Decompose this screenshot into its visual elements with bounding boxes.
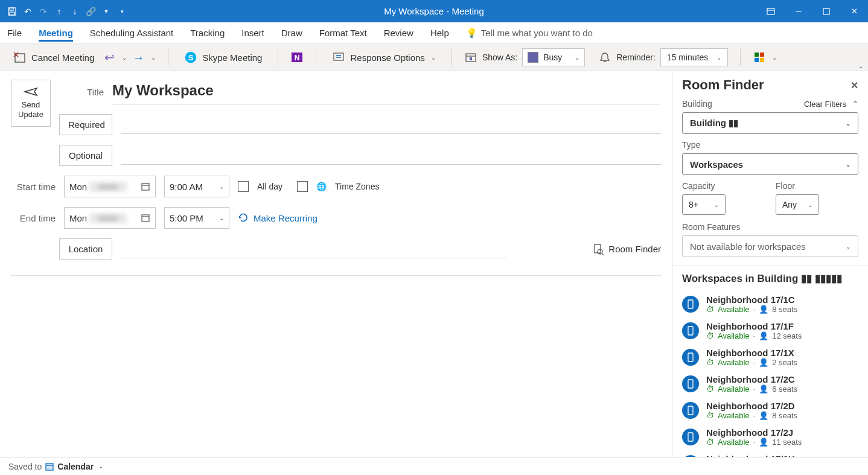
type-label: Type [682,140,858,150]
tab-format-text[interactable]: Format Text [319,24,367,42]
tab-draw[interactable]: Draw [281,24,302,42]
workspace-item[interactable]: Neighborhood 17/2J ⏱Available·👤11 seats [682,424,858,450]
close-icon[interactable]: ✕ [840,0,868,22]
chevron-down-icon: ⌄ [219,183,224,190]
workspace-item[interactable]: Neighborhood 17/1C ⏱Available·👤8 seats [682,291,858,317]
workspace-item[interactable]: Neighborhood 17/2C ⏱Available·👤6 seats [682,371,858,397]
floor-value: Any [782,200,797,209]
tab-file[interactable]: File [7,24,22,42]
cancel-meeting-button[interactable]: Cancel Meeting [10,48,98,66]
tab-help[interactable]: Help [430,24,449,42]
workspace-item[interactable]: Neighborhood 17/1X ⏱Available·👤2 seats [682,344,858,371]
workspace-name: Neighborhood 17/2J [706,427,802,438]
arrow-up-icon[interactable]: ↑ [53,5,65,18]
recurring-icon [238,212,249,223]
tab-scheduling-assistant[interactable]: Scheduling Assistant [90,24,173,42]
reminder-value: 15 minutes [667,53,708,62]
workspace-icon [682,375,699,392]
save-icon[interactable] [6,5,18,18]
qat-customize-icon[interactable]: ▾ [116,5,128,18]
undo-icon[interactable]: ↶ [22,5,34,18]
room-finder-button[interactable]: Room Finder [593,243,661,255]
optional-button[interactable]: Optional [59,145,112,166]
maximize-icon[interactable] [812,0,840,22]
skype-meeting-label: Skype Meeting [202,53,262,63]
workspace-item[interactable]: Neighborhood 17/2D ⏱Available·👤8 seats [682,397,858,424]
type-dropdown[interactable]: Workspaces ⌄ [682,153,858,175]
clock-icon: ⏱ [706,438,714,447]
workspace-seats: 2 seats [772,358,797,367]
qat-more-icon[interactable]: ▼ [100,5,112,18]
chevron-down-icon[interactable]: ⌄ [772,54,777,61]
tab-meeting[interactable]: Meeting [39,24,73,42]
floor-dropdown[interactable]: Any ⌄ [776,194,819,215]
location-input[interactable] [121,240,507,258]
location-button[interactable]: Location [59,238,112,260]
svg-rect-27 [688,327,693,335]
ribbon-expand-icon[interactable]: ⌄ [858,63,863,69]
ribbon-display-icon[interactable] [757,0,785,22]
capacity-dropdown[interactable]: 8+ ⌄ [682,194,726,215]
lightbulb-icon: 💡 [466,28,477,39]
response-options-button[interactable]: Response Options ⌄ [328,48,439,66]
svg-rect-17 [755,58,759,62]
skype-meeting-button[interactable]: S Skype Meeting [180,48,266,66]
start-time-label: Start time [11,182,56,192]
required-input[interactable] [121,116,661,134]
timezones-checkbox[interactable] [297,181,308,192]
meeting-body[interactable] [11,275,661,456]
end-date-picker[interactable]: Mon0000 [64,207,156,229]
arrow-down-icon[interactable]: ↓ [69,5,81,18]
svg-rect-14 [470,57,472,60]
person-icon: 👤 [759,438,768,447]
workspace-item[interactable]: Neighborhood 17/3K [682,450,858,457]
end-time-value: 5:00 PM [170,213,203,223]
type-value: Workspaces [690,159,743,170]
room-finder-panel: Room Finder ✕ Building Clear Filters ⌃ B… [672,71,868,457]
tab-insert[interactable]: Insert [241,24,264,42]
tab-review[interactable]: Review [384,24,413,42]
show-as-dropdown[interactable]: Busy ⌄ [522,48,585,66]
forward-icon[interactable]: → [132,51,145,64]
title-input[interactable] [112,80,661,104]
response-options-label: Response Options [350,53,424,63]
chevron-up-icon[interactable]: ⌃ [852,100,858,108]
tab-tracking[interactable]: Tracking [190,24,225,42]
person-icon: 👤 [759,305,768,314]
redo-icon[interactable]: ↷ [37,5,49,18]
chevron-down-icon: ⌄ [431,54,436,61]
tell-me-search[interactable]: 💡 Tell me what you want to do [466,28,593,39]
close-panel-icon[interactable]: ✕ [850,80,858,91]
start-time-picker[interactable]: 9:00 AM ⌄ [164,176,229,197]
all-day-label: All day [257,182,282,191]
capacity-label: Capacity [682,181,765,191]
features-value: Not available for workspaces [690,241,806,252]
all-day-checkbox[interactable] [238,181,249,192]
make-recurring-button[interactable]: Make Recurring [238,212,318,223]
window-title: My Workspace - Meeting [384,6,484,16]
send-update-button[interactable]: Send Update [11,80,51,127]
link-icon[interactable]: 🔗 [85,5,97,18]
reply-icon[interactable]: ↩ [103,51,116,64]
optional-input[interactable] [121,147,661,165]
reply-caret-icon[interactable]: ⌄ [122,54,127,61]
onenote-icon[interactable]: N [290,51,304,64]
forward-caret-icon[interactable]: ⌄ [151,54,156,61]
required-button[interactable]: Required [59,114,112,135]
reminder-dropdown[interactable]: 15 minutes ⌄ [660,48,728,66]
features-label: Room Features [682,222,858,232]
clear-filters-button[interactable]: Clear Filters [804,100,846,109]
show-as-value: Busy [543,53,562,62]
calendar-name[interactable]: Calendar [57,462,94,471]
workspace-name: Neighborhood 17/3K [706,454,795,457]
chevron-down-icon[interactable]: ⌄ [98,463,103,470]
end-time-picker[interactable]: 5:00 PM ⌄ [164,207,229,229]
start-date-picker[interactable]: Mon0000 [64,176,156,197]
categorize-icon[interactable] [753,51,766,64]
chevron-down-icon: ⌄ [575,54,579,61]
building-dropdown[interactable]: Building ▮▮ ⌄ [682,112,858,134]
quick-access-toolbar: ↶ ↷ ↑ ↓ 🔗 ▼ ▾ [0,5,128,18]
workspace-item[interactable]: Neighborhood 17/1F ⏱Available·👤12 seats [682,317,858,344]
minimize-icon[interactable]: ─ [785,0,812,22]
room-finder-title: Room Finder [682,77,764,93]
